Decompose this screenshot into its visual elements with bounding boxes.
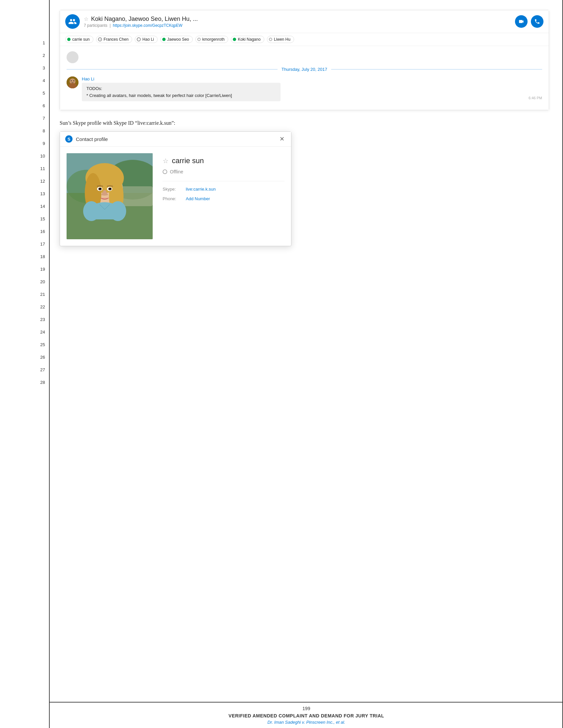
participant-name: Koki Nagano: [238, 37, 260, 42]
line-number-2: 2: [0, 49, 49, 62]
dialog-body: ☆ carrie sun Offline Skype: live:carrie.…: [60, 147, 291, 246]
profile-photo: [67, 153, 153, 239]
participant-liwen-hu[interactable]: Liwen Hu: [267, 36, 294, 43]
line-number-7: 7: [0, 112, 49, 124]
line-number-6: 6: [0, 99, 49, 112]
participant-frances-chen[interactable]: Frances Chen: [96, 36, 132, 43]
favorite-star-icon[interactable]: ☆: [84, 16, 88, 22]
chat-messages: Thursday, July 20, 2017: [60, 46, 549, 110]
people-icon: [68, 17, 77, 26]
line-number-13: 13: [0, 187, 49, 200]
line-number-25: 25: [0, 338, 49, 351]
footer-subtitle: Dr. Iman Sadeghi v. Pinscreen Inc., et a…: [63, 720, 550, 725]
status-dot-clock: [98, 37, 102, 41]
participant-carrie-sun[interactable]: carrie sun: [65, 36, 93, 43]
svg-point-2: [69, 83, 76, 88]
group-icon: [65, 14, 80, 29]
line-number-21: 21: [0, 288, 49, 300]
line-number-28: 28: [0, 376, 49, 388]
description-text: Sun’s Skype profile with Skype ID “live:…: [60, 120, 549, 126]
date-text: Thursday, July 20, 2017: [277, 67, 331, 72]
status-dot-green: [233, 38, 236, 41]
message-todos-label: TODOs:: [86, 86, 276, 91]
profile-name: carrie sun: [172, 157, 204, 165]
chat-title: Koki Nagano, Jaewoo Seo, Liwen Hu, ...: [91, 16, 198, 23]
line-number-1: 1: [0, 36, 49, 49]
chat-actions: [515, 15, 543, 28]
line-number-23: 23: [0, 313, 49, 326]
avatar-face-icon: [67, 76, 78, 88]
status-dot-green: [67, 38, 70, 41]
skype-field-label: Skype:: [163, 187, 182, 192]
participant-name: Jaewoo Seo: [167, 37, 189, 42]
status-dot-clock: [137, 37, 141, 41]
status-dot-empty: [269, 38, 272, 41]
line-number-14: 14: [0, 200, 49, 212]
participant-name: Liwen Hu: [274, 37, 291, 42]
skype-logo: S: [65, 135, 72, 143]
svg-point-18: [100, 188, 101, 189]
video-call-button[interactable]: [515, 15, 528, 28]
add-phone-button[interactable]: Add Number: [186, 196, 210, 201]
participant-jaewoo-seo[interactable]: Jaewoo Seo: [160, 36, 193, 43]
svg-point-4: [73, 80, 74, 81]
close-button[interactable]: ✕: [278, 135, 286, 143]
message-content: Hao Li TODOs: * Creating all avatars, ha…: [82, 76, 525, 101]
line-number-15: 15: [0, 212, 49, 225]
line-number-9: 9: [0, 137, 49, 150]
line-number-26: 26: [0, 351, 49, 363]
line-number-24: 24: [0, 326, 49, 338]
dialog-header: S Contact profile ✕: [60, 132, 291, 147]
participant-koki-nagano[interactable]: Koki Nagano: [231, 36, 264, 43]
line-numbers-column: 1 2 3 4 5 6 7 8 9 10 11 12 13 14 15 16 1…: [0, 0, 50, 728]
profile-photo-image: [67, 153, 153, 239]
hao-li-avatar: [67, 76, 78, 88]
profile-info: ☆ carrie sun Offline Skype: live:carrie.…: [163, 153, 285, 239]
status-dot-empty: [197, 38, 201, 41]
chat-header: ☆ Koki Nagano, Jaewoo Seo, Liwen Hu, ...…: [60, 10, 549, 33]
skype-id-value[interactable]: live:carrie.k.sun: [186, 187, 215, 192]
contact-profile-dialog: S Contact profile ✕: [60, 131, 292, 246]
participant-hao-li[interactable]: Hao Li: [135, 36, 158, 43]
line-number-5: 5: [0, 87, 49, 99]
svg-point-3: [71, 80, 72, 81]
offline-status-dot: [163, 169, 167, 174]
skype-chat-window: ☆ Koki Nagano, Jaewoo Seo, Liwen Hu, ...…: [60, 10, 549, 110]
previous-avatar: [67, 51, 78, 63]
participants-count: 7 participants: [84, 23, 107, 28]
message-bubble: TODOs: * Creating all avatars, hair mode…: [82, 83, 280, 101]
line-number-4: 4: [0, 74, 49, 87]
line-number-12: 12: [0, 175, 49, 187]
video-icon: [518, 19, 524, 24]
profile-status-row: Offline: [163, 169, 285, 174]
line-number-20: 20: [0, 275, 49, 288]
join-link[interactable]: https://join.skype.com/GecpzTCKqpEW: [113, 23, 182, 28]
status-dot-green: [162, 38, 165, 41]
line-number-19: 19: [0, 263, 49, 275]
line-number-11: 11: [0, 162, 49, 175]
participant-name: Hao Li: [142, 37, 154, 42]
line-number-3: 3: [0, 62, 49, 74]
line-number-10: 10: [0, 150, 49, 162]
profile-divider: [163, 181, 285, 181]
participants-bar: carrie sun Frances Chen Hao Li: [60, 33, 549, 46]
profile-favorite-icon[interactable]: ☆: [163, 157, 168, 165]
svg-point-21: [110, 201, 126, 221]
svg-point-20: [83, 201, 100, 221]
message-row: Hao Li TODOs: * Creating all avatars, ha…: [67, 76, 542, 101]
audio-call-button[interactable]: [531, 15, 543, 28]
line-number-17: 17: [0, 238, 49, 250]
footer-title: VERIFIED AMENDED COMPLAINT AND DEMAND FO…: [63, 713, 550, 718]
line-number-27: 27: [0, 363, 49, 376]
svg-point-19: [110, 188, 111, 189]
phone-field-row: Phone: Add Number: [163, 196, 285, 201]
skype-field-row: Skype: live:carrie.k.sun: [163, 187, 285, 192]
participant-kmorgenroth[interactable]: kmorgenroth: [195, 36, 228, 43]
line-number-22: 22: [0, 300, 49, 313]
participant-name: kmorgenroth: [202, 37, 224, 42]
phone-field-label: Phone:: [163, 196, 182, 201]
chat-header-info: ☆ Koki Nagano, Jaewoo Seo, Liwen Hu, ...…: [84, 16, 515, 28]
participant-name: Frances Chen: [104, 37, 128, 42]
line-number-8: 8: [0, 124, 49, 137]
profile-status-text: Offline: [170, 169, 183, 174]
